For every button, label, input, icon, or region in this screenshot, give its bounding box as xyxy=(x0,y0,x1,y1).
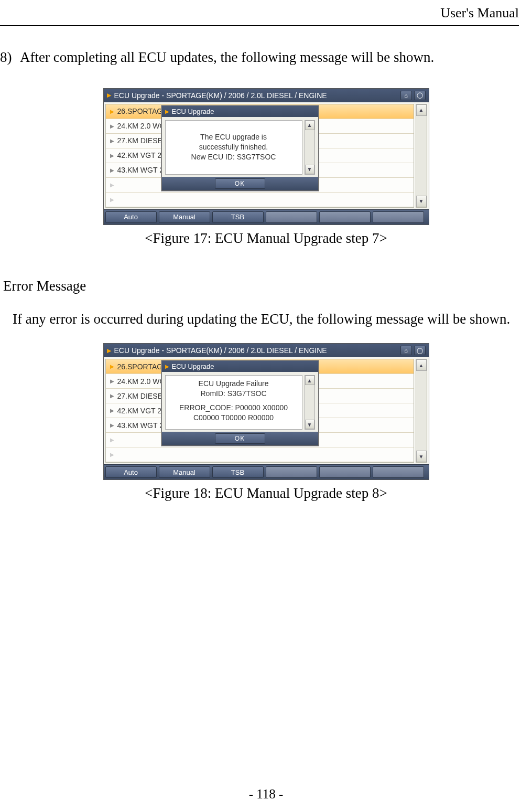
tab-tsb[interactable]: TSB xyxy=(212,466,264,478)
tab-empty xyxy=(319,211,371,223)
dialog-line: New ECU ID: S3G7TSOC xyxy=(169,152,299,162)
caret-icon: ▶ xyxy=(110,153,114,158)
dialog-title: ECU Upgrade xyxy=(172,108,214,115)
scroll-up-icon[interactable]: ▲ xyxy=(416,359,427,371)
step-body: After completing all ECU updates, the fo… xyxy=(20,42,532,73)
caret-icon: ▶ xyxy=(110,364,114,369)
figure-caption: <Figure 18: ECU Manual Upgrade step 8> xyxy=(0,485,532,501)
caret-icon: ▶ xyxy=(110,378,114,384)
list-item-label: 42.KM VGT 2.0 xyxy=(117,407,168,415)
tab-empty xyxy=(319,466,371,478)
caret-icon: ▶ xyxy=(110,452,114,457)
ok-button[interactable]: OK xyxy=(215,433,265,444)
scroll-track[interactable] xyxy=(416,116,427,196)
scroll-down-icon[interactable]: ▼ xyxy=(416,196,427,207)
dialog-success: ▶ ECU Upgrade The ECU upgrade is success… xyxy=(161,105,319,191)
caret-icon: ▶ xyxy=(165,109,169,114)
caret-icon: ▶ xyxy=(110,182,114,188)
home-icon[interactable]: ⌂ xyxy=(400,91,412,100)
ok-button[interactable]: OK xyxy=(215,178,265,189)
caret-icon: ▶ xyxy=(107,347,111,354)
caret-icon: ▶ xyxy=(110,393,114,399)
tab-empty xyxy=(373,466,424,478)
caret-icon: ▶ xyxy=(107,92,111,99)
tab-empty xyxy=(373,211,424,223)
dialog-titlebar: ▶ ECU Upgrade xyxy=(162,106,318,117)
step-number: 8) xyxy=(0,42,20,73)
list-item-label: 26.SPORTAGE xyxy=(117,362,168,371)
screenshot-fig17: ▶ ECU Upgrade - SPORTAGE(KM) / 2006 / 2.… xyxy=(103,88,429,225)
scroll-down-icon[interactable]: ▼ xyxy=(305,165,314,174)
scroll-track[interactable] xyxy=(416,371,427,451)
tab-empty xyxy=(266,466,317,478)
dialog-title: ECU Upgrade xyxy=(172,362,214,370)
caret-icon: ▶ xyxy=(110,167,114,173)
caret-icon: ▶ xyxy=(110,138,114,144)
dialog-line: The ECU upgrade is xyxy=(169,132,299,142)
page-number: - 118 - xyxy=(0,787,532,802)
scroll-up-icon[interactable]: ▲ xyxy=(416,104,427,116)
dialog-error: ▶ ECU Upgrade ECU Upgrade Failure RomID:… xyxy=(161,360,319,446)
tab-auto[interactable]: Auto xyxy=(105,466,157,478)
scroll-up-icon[interactable]: ▲ xyxy=(305,376,314,385)
home-icon[interactable]: ⌂ xyxy=(400,346,412,355)
dialog-scrollbar[interactable]: ▲ ▼ xyxy=(305,375,315,430)
dialog-line: RomID: S3G7TSOC xyxy=(169,389,299,399)
dialog-message: ECU Upgrade Failure RomID: S3G7TSOC ERRO… xyxy=(165,375,302,430)
section-error-paragraph: If any error is occurred during updating… xyxy=(0,304,532,335)
dialog-message: The ECU upgrade is successfully finished… xyxy=(165,120,302,175)
scroll-down-icon[interactable]: ▼ xyxy=(305,420,314,429)
caret-icon: ▶ xyxy=(110,422,114,428)
step-8: 8) After completing all ECU updates, the… xyxy=(0,42,532,73)
tab-tsb[interactable]: TSB xyxy=(212,211,264,223)
window-titlebar: ▶ ECU Upgrade - SPORTAGE(KM) / 2006 / 2.… xyxy=(104,344,429,357)
window-titlebar: ▶ ECU Upgrade - SPORTAGE(KM) / 2006 / 2.… xyxy=(104,89,429,102)
camera-icon[interactable]: ◯ xyxy=(414,91,426,100)
list-scrollbar[interactable]: ▲ ▼ xyxy=(416,359,427,463)
window-title: ECU Upgrade - SPORTAGE(KM) / 2006 / 2.0L… xyxy=(114,346,327,355)
dialog-titlebar: ▶ ECU Upgrade xyxy=(162,361,318,372)
caret-icon: ▶ xyxy=(110,408,114,413)
figure-caption: <Figure 17: ECU Manual Upgrade step 7> xyxy=(0,230,532,247)
screenshot-fig18: ▶ ECU Upgrade - SPORTAGE(KM) / 2006 / 2.… xyxy=(103,343,429,480)
dialog-scrollbar[interactable]: ▲ ▼ xyxy=(305,120,315,175)
tab-manual[interactable]: Manual xyxy=(159,211,210,223)
dialog-line: ERROR_CODE: P00000 X00000 xyxy=(169,403,299,413)
caret-icon: ▶ xyxy=(110,123,114,129)
dialog-line: ECU Upgrade Failure xyxy=(169,379,299,389)
running-header: User's Manual xyxy=(0,0,532,25)
dialog-line: successfully finished. xyxy=(169,142,299,152)
tab-empty xyxy=(266,211,317,223)
scroll-down-icon[interactable]: ▼ xyxy=(416,451,427,462)
bottom-toolbar: Auto Manual TSB xyxy=(104,464,429,479)
dialog-line: C00000 T00000 R00000 xyxy=(169,413,299,423)
list-scrollbar[interactable]: ▲ ▼ xyxy=(416,104,427,208)
scroll-track[interactable] xyxy=(305,385,314,420)
window-title: ECU Upgrade - SPORTAGE(KM) / 2006 / 2.0L… xyxy=(114,91,327,100)
caret-icon: ▶ xyxy=(110,197,114,202)
list-item-label: 26.SPORTAGE xyxy=(117,107,168,115)
scroll-track[interactable] xyxy=(305,130,314,165)
list-item: ▶ xyxy=(106,447,414,462)
tab-auto[interactable]: Auto xyxy=(105,211,157,223)
bottom-toolbar: Auto Manual TSB xyxy=(104,209,429,225)
list-item: ▶ xyxy=(106,193,414,207)
caret-icon: ▶ xyxy=(165,364,169,369)
tab-manual[interactable]: Manual xyxy=(159,466,210,478)
section-error-heading: Error Message xyxy=(0,278,532,294)
camera-icon[interactable]: ◯ xyxy=(414,346,426,355)
spacer xyxy=(169,399,299,403)
caret-icon: ▶ xyxy=(110,109,114,114)
list-item-label: 42.KM VGT 2.0 xyxy=(117,151,168,159)
scroll-up-icon[interactable]: ▲ xyxy=(305,121,314,130)
caret-icon: ▶ xyxy=(110,437,114,443)
